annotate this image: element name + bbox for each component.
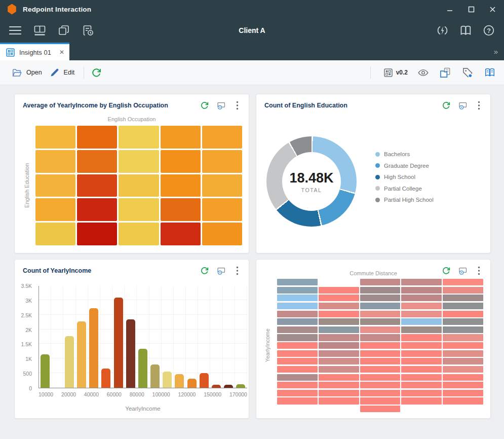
- heatmap-cell[interactable]: [77, 198, 117, 221]
- heatmap-cell[interactable]: [77, 126, 117, 149]
- heatmap-cell[interactable]: [277, 287, 318, 294]
- heatmap-cell[interactable]: [360, 382, 401, 388]
- heatmap-cell[interactable]: [360, 397, 401, 404]
- panel-menu-kebab-icon[interactable]: [474, 101, 483, 110]
- heatmap-cell[interactable]: [360, 295, 401, 301]
- bar[interactable]: [41, 354, 50, 388]
- bar[interactable]: [77, 321, 86, 388]
- heatmap-cell[interactable]: [401, 358, 442, 364]
- legend-item[interactable]: Bachelors: [375, 151, 434, 158]
- heatmap-cell[interactable]: [161, 174, 201, 197]
- bar[interactable]: [138, 349, 147, 388]
- heatmap-cell[interactable]: [401, 334, 442, 341]
- heatmap-cell[interactable]: [360, 342, 401, 349]
- minimize-icon[interactable]: [445, 5, 454, 14]
- heatmap-cell[interactable]: [277, 303, 318, 309]
- heatmap-cell[interactable]: [443, 318, 483, 325]
- panel-menu-kebab-icon[interactable]: [474, 266, 483, 275]
- bar[interactable]: [224, 385, 233, 388]
- heatmap-cell[interactable]: [119, 174, 159, 197]
- heatmap-cell[interactable]: [319, 390, 359, 396]
- panel-apply-filter-icon[interactable]: [216, 266, 225, 275]
- heatmap-cell[interactable]: [119, 198, 159, 221]
- heatmap-cell[interactable]: [443, 326, 483, 333]
- heatmap-cell[interactable]: [119, 223, 159, 245]
- heatmap-cell[interactable]: [401, 390, 442, 396]
- tab-overflow-icon[interactable]: »: [494, 47, 504, 56]
- heatmap-cell[interactable]: [401, 318, 442, 325]
- legend-item[interactable]: Graduate Degree: [375, 162, 434, 169]
- bar[interactable]: [236, 384, 245, 388]
- heatmap-cell[interactable]: [319, 350, 359, 357]
- heatmap-cell[interactable]: [202, 150, 242, 173]
- maximize-icon[interactable]: [467, 5, 476, 14]
- heatmap-cell[interactable]: [443, 295, 483, 301]
- heatmap-cell[interactable]: [443, 334, 483, 341]
- bar[interactable]: [187, 379, 197, 388]
- heatmap-cell[interactable]: [443, 279, 483, 285]
- edit-button[interactable]: Edit: [46, 65, 79, 80]
- heatmap-cell[interactable]: [319, 382, 359, 388]
- heatmap-cell[interactable]: [360, 374, 401, 381]
- heatmap-cell[interactable]: [319, 358, 359, 364]
- heatmap-cell[interactable]: [319, 318, 359, 325]
- heatmap-cell[interactable]: [277, 279, 318, 285]
- panel-menu-kebab-icon[interactable]: [232, 101, 242, 110]
- export-folder-doc-icon[interactable]: [438, 65, 452, 80]
- heatmap-cell[interactable]: [277, 342, 318, 349]
- preview-eye-icon[interactable]: [416, 65, 430, 80]
- heatmap-cell[interactable]: [202, 198, 242, 221]
- heatmap-cell[interactable]: [202, 223, 242, 245]
- heatmap-cell[interactable]: [202, 126, 242, 149]
- bar[interactable]: [126, 319, 135, 388]
- heatmap-cell[interactable]: [401, 303, 442, 309]
- heatmap-cell[interactable]: [401, 366, 442, 373]
- heatmap-cell[interactable]: [443, 287, 483, 294]
- heatmap-cell[interactable]: [360, 287, 401, 294]
- bar[interactable]: [175, 374, 184, 388]
- heatmap-cell[interactable]: [35, 223, 75, 245]
- heatmap-cell[interactable]: [360, 358, 401, 364]
- heatmap-cell[interactable]: [443, 303, 483, 309]
- panel-apply-filter-icon[interactable]: [458, 101, 467, 110]
- open-button[interactable]: Open: [8, 65, 46, 80]
- heatmap-cell[interactable]: [161, 150, 201, 173]
- bar[interactable]: [65, 336, 74, 388]
- heatmap-cell[interactable]: [119, 126, 159, 149]
- heatmap-cell[interactable]: [277, 374, 318, 381]
- heatmap-cell[interactable]: [277, 295, 318, 301]
- panel-refresh-icon[interactable]: [442, 266, 451, 275]
- heatmap-cell[interactable]: [360, 303, 401, 309]
- heatmap-cell[interactable]: [360, 326, 401, 333]
- heatmap-cell[interactable]: [319, 311, 359, 317]
- heatmap-cell[interactable]: [319, 397, 359, 404]
- heatmap-cell[interactable]: [77, 223, 117, 245]
- panel-apply-filter-icon[interactable]: [216, 101, 225, 110]
- heatmap-cell[interactable]: [443, 342, 483, 349]
- bar[interactable]: [163, 372, 172, 388]
- heatmap-cell[interactable]: [360, 350, 401, 357]
- heatmap-cell[interactable]: [35, 150, 75, 173]
- heatmap-cell[interactable]: [443, 374, 483, 381]
- heatmap-cell[interactable]: [77, 150, 117, 173]
- heatmap-cell[interactable]: [277, 358, 318, 364]
- heatmap-cell[interactable]: [443, 390, 483, 396]
- heatmap-cell[interactable]: [202, 174, 242, 197]
- heatmap-cell[interactable]: [443, 366, 483, 373]
- heatmap-cell[interactable]: [319, 303, 359, 309]
- heatmap-cell[interactable]: [319, 334, 359, 341]
- heatmap-cell[interactable]: [277, 382, 318, 388]
- heatmap-cell[interactable]: [119, 150, 159, 173]
- help-icon[interactable]: ?: [482, 23, 496, 38]
- heatmap-cell[interactable]: [401, 350, 442, 357]
- close-icon[interactable]: [488, 5, 497, 14]
- legend-item[interactable]: Partial High School: [375, 196, 434, 203]
- heatmap-cell[interactable]: [277, 366, 318, 373]
- heatmap-cell[interactable]: [360, 366, 401, 373]
- refresh-icon[interactable]: [89, 65, 103, 80]
- heatmap-cell[interactable]: [360, 279, 401, 285]
- bar[interactable]: [150, 364, 160, 388]
- heatmap-cell[interactable]: [360, 334, 401, 341]
- heatmap-cell[interactable]: [443, 382, 483, 388]
- heatmap-cell[interactable]: [360, 390, 401, 396]
